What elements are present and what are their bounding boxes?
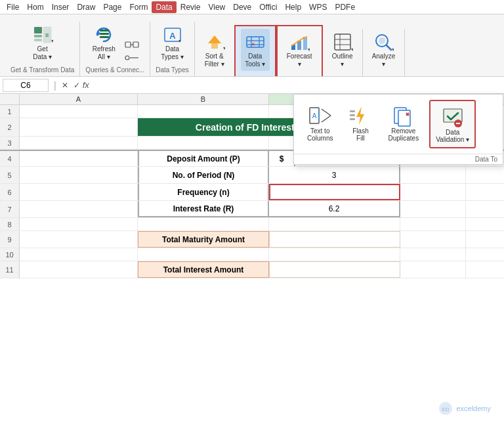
- menu-view[interactable]: View: [204, 1, 229, 13]
- fx-label: fx: [83, 80, 89, 90]
- menu-offici[interactable]: Offici: [255, 1, 281, 13]
- col-header-a: A: [20, 94, 138, 104]
- flash-fill-item[interactable]: FlashFill: [343, 100, 377, 148]
- cell-a2[interactable]: [20, 118, 138, 136]
- svg-rect-8: [100, 33, 109, 35]
- analyze-button[interactable]: ▾ Analyze▾: [368, 29, 400, 71]
- menu-draw[interactable]: Draw: [73, 1, 99, 13]
- properties-button[interactable]: [122, 52, 142, 64]
- cell-a1[interactable]: [20, 105, 138, 118]
- ribbon-group-outline: ▾ Outline▾: [323, 29, 363, 76]
- svg-rect-47: [350, 114, 355, 116]
- cell-deposit-label[interactable]: Deposit Amount (P): [138, 151, 269, 166]
- confirm-formula-button[interactable]: ✓: [74, 81, 80, 90]
- cell-b8[interactable]: [138, 218, 269, 230]
- cancel-formula-button[interactable]: ✕: [62, 81, 68, 90]
- get-data-icon: ≡ ▾: [32, 24, 53, 45]
- outline-button[interactable]: ▾ Outline▾: [328, 29, 357, 71]
- menu-wps[interactable]: WPS: [305, 1, 331, 13]
- cell-d10[interactable]: [400, 248, 466, 261]
- ribbon-group-get-transform: ≡ ▾ GetData ▾ Get & Transform Data: [5, 22, 80, 76]
- data-tools-button[interactable]: DataTools ▾: [241, 29, 270, 71]
- menu-home[interactable]: Hom: [23, 1, 47, 13]
- svg-rect-31: [335, 34, 350, 50]
- cell-a5[interactable]: [20, 167, 138, 183]
- forecast-button[interactable]: ▾ Forecast▾: [283, 29, 316, 71]
- menu-bar: File Hom Inser Draw Page Form Data Revie…: [0, 0, 504, 14]
- menu-page[interactable]: Page: [99, 1, 125, 13]
- sort-filter-button[interactable]: ▾ Sort &Filter ▾: [200, 29, 229, 71]
- menu-review[interactable]: Revie: [177, 1, 205, 13]
- formula-input[interactable]: [92, 81, 501, 90]
- text-to-columns-label: Text toColumns: [307, 127, 333, 142]
- cell-d6[interactable]: [400, 184, 466, 200]
- cell-d9[interactable]: [400, 231, 466, 248]
- cell-d7[interactable]: [400, 201, 466, 217]
- cell-d8[interactable]: [400, 218, 466, 230]
- cell-d5[interactable]: [400, 167, 466, 183]
- cell-a8[interactable]: [20, 218, 138, 230]
- row-num-10: 10: [0, 248, 20, 261]
- cell-interest-value[interactable]: [269, 261, 400, 278]
- cell-a9[interactable]: [20, 231, 138, 248]
- menu-pdfe[interactable]: PDFe: [331, 1, 359, 13]
- cell-period-value[interactable]: 3: [269, 167, 400, 183]
- row-num-11: 11: [0, 261, 20, 278]
- menu-insert[interactable]: Inser: [48, 1, 74, 13]
- cell-a10[interactable]: [20, 248, 138, 261]
- cell-maturity-value[interactable]: [269, 231, 400, 248]
- cell-d11[interactable]: [400, 261, 466, 278]
- get-data-button[interactable]: ≡ ▾ GetData ▾: [28, 22, 57, 64]
- flash-fill-label: FlashFill: [352, 127, 368, 142]
- svg-text:A: A: [312, 112, 316, 120]
- remove-duplicates-item[interactable]: RemoveDuplicates: [383, 100, 424, 148]
- cell-a11[interactable]: [20, 261, 138, 278]
- cell-b10[interactable]: [138, 248, 269, 261]
- menu-file[interactable]: File: [3, 1, 23, 13]
- cell-period-label[interactable]: No. of Period (N): [138, 167, 269, 183]
- cell-frequency-label[interactable]: Frequency (n): [138, 184, 269, 200]
- cell-interest-label[interactable]: Total Interest Amount: [138, 261, 269, 278]
- cell-a7[interactable]: [20, 201, 138, 217]
- svg-rect-21: [247, 37, 264, 47]
- svg-rect-19: [211, 43, 218, 49]
- cell-a4[interactable]: [20, 151, 138, 166]
- cell-b3[interactable]: [138, 137, 269, 149]
- cell-c10[interactable]: [269, 248, 400, 261]
- menu-form[interactable]: Form: [125, 1, 152, 13]
- connections-button[interactable]: [122, 39, 142, 51]
- cell-rate-value[interactable]: 6.2: [269, 201, 400, 217]
- text-to-columns-item[interactable]: A Text toColumns: [302, 100, 338, 148]
- cell-c8[interactable]: [269, 218, 400, 230]
- cell-currency-symbol[interactable]: $: [269, 151, 295, 166]
- row-num-4: 4: [0, 151, 20, 166]
- cell-a3[interactable]: [20, 137, 138, 149]
- data-types-group-label: Data Types: [156, 66, 188, 76]
- data-tools-icon: [245, 32, 266, 53]
- refresh-all-button[interactable]: RefreshAll ▾: [89, 22, 119, 64]
- cell-maturity-label[interactable]: Total Maturity Amount: [138, 231, 269, 248]
- data-validation-item[interactable]: DataValidation ▾: [429, 100, 476, 148]
- table-row: 10: [0, 248, 504, 261]
- svg-rect-11: [133, 42, 138, 47]
- svg-text:▾: ▾: [51, 38, 53, 44]
- cell-frequency-value[interactable]: [269, 184, 400, 200]
- cell-b1[interactable]: [138, 105, 269, 118]
- data-types-button[interactable]: A ▾ DataTypes ▾: [157, 22, 187, 64]
- refresh-all-label: RefreshAll ▾: [93, 45, 116, 61]
- menu-data[interactable]: Data: [152, 1, 176, 13]
- popup-section-label: Data To: [294, 154, 503, 164]
- cell-a6[interactable]: [20, 184, 138, 200]
- col-header-b: B: [138, 94, 269, 104]
- svg-text:▾: ▾: [308, 47, 310, 53]
- svg-rect-48: [350, 118, 355, 120]
- menu-help[interactable]: Help: [281, 1, 305, 13]
- sort-filter-label: Sort &Filter ▾: [205, 53, 224, 68]
- svg-text:▾: ▾: [178, 38, 181, 44]
- svg-text:▾: ▾: [351, 47, 353, 53]
- cell-reference-input[interactable]: [3, 79, 49, 92]
- menu-developer[interactable]: Deve: [229, 1, 255, 13]
- forecast-icon: ▾: [289, 32, 310, 53]
- cell-rate-label[interactable]: Interest Rate (R): [138, 201, 269, 217]
- row-num-7: 7: [0, 201, 20, 217]
